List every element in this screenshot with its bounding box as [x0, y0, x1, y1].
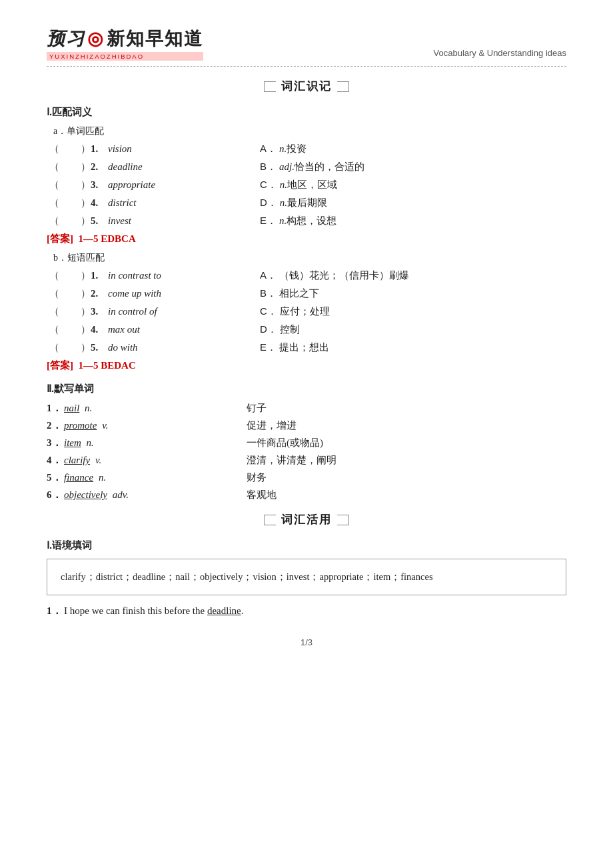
bracket-right2 [337, 515, 349, 525]
item-word: district [108, 197, 137, 209]
item-num: 5. [91, 342, 108, 353]
part1-title: Ⅰ.匹配词义 [47, 106, 566, 119]
item-word: max out [108, 324, 140, 335]
item-word: appropriate [108, 179, 155, 191]
paren: ） [80, 215, 91, 227]
paren: （ [47, 323, 61, 336]
dict-item: 1． nail n. 钉子 [47, 402, 566, 415]
dict-item: 5． finance n. 财务 [47, 471, 566, 484]
meaning: 控制 [280, 324, 300, 335]
dict-left: 4． clarify v. [47, 454, 247, 467]
blank [61, 215, 80, 227]
header-divider [47, 66, 566, 67]
exercise-item-1: 1． I hope we can finish this before the … [47, 605, 566, 617]
dict-right: 财务 [247, 471, 566, 484]
item-num: 4. [91, 324, 108, 335]
paren: （ [47, 287, 61, 300]
match-row: （ ） 4. district D．n.最后期限 [47, 197, 566, 209]
blank [61, 143, 80, 155]
dict-word: item [64, 437, 81, 449]
paren: ） [80, 143, 91, 155]
match-row: （ ） 1. vision A．n.投资 [47, 143, 566, 155]
match-row: （ ） 2. come up with B．相比之下 [47, 287, 566, 300]
match-left: （ ） 4. district [47, 197, 260, 209]
blank [61, 306, 80, 317]
paren: ） [80, 341, 91, 354]
letter: E． [260, 341, 277, 353]
dict-word: finance [64, 472, 93, 483]
meaning: n.构想，设想 [279, 215, 336, 226]
dict-num: 3． [47, 437, 64, 449]
section2-title-wrap: 词汇活用 [47, 512, 566, 527]
match-right: A．（钱）花光；（信用卡）刷爆 [260, 269, 566, 282]
letter: B． [260, 287, 277, 299]
blank [61, 161, 80, 173]
match-row: （ ） 4. max out D．控制 [47, 323, 566, 336]
word-box-content: clarify；district；deadline；nail；objective… [61, 571, 433, 582]
dict-word: promote [64, 420, 97, 431]
blank [61, 179, 80, 191]
dict-right: 澄清，讲清楚，阐明 [247, 454, 566, 467]
paren: （ [47, 197, 61, 209]
match-right: C．应付；处理 [260, 305, 566, 318]
item-num: 3. [91, 306, 108, 317]
dict-left: 5． finance n. [47, 471, 247, 484]
answer-b-value: 1—5 BEDAC [79, 360, 136, 371]
match-left: （ ） 5. invest [47, 215, 260, 227]
item-word: in control of [108, 306, 157, 317]
match-left: （ ） 3. in control of [47, 305, 260, 318]
dict-word: clarify [64, 455, 90, 466]
page-header: 预习◎新知早知道 YUXINZHIZAOZHIBDAO Vocabulary &… [47, 27, 566, 62]
match-right: B．adj.恰当的，合适的 [260, 161, 566, 173]
section2-title-box: 词汇活用 [264, 512, 349, 527]
dict-item: 4． clarify v. 澄清，讲清楚，阐明 [47, 454, 566, 467]
item-word: in contrast to [108, 270, 161, 281]
blank [61, 197, 80, 209]
match-left: （ ） 4. max out [47, 323, 260, 336]
title-dot: ◎ [87, 29, 105, 49]
item-word: come up with [108, 288, 161, 299]
blank [61, 270, 80, 281]
match-left: （ ） 2. come up with [47, 287, 260, 300]
item-word: vision [108, 143, 132, 155]
part1-subb-title: b．短语匹配 [53, 252, 566, 264]
header-subtitle: YUXINZHIZAOZHIBDAO [47, 52, 203, 61]
paren: ） [80, 323, 91, 336]
letter: E． [260, 215, 277, 226]
header-right-text: Vocabulary & Understanding ideas [434, 48, 566, 61]
match-left: （ ） 2. deadline [47, 161, 260, 173]
item-num: 2. [91, 288, 108, 299]
dict-pos: adv. [110, 489, 129, 501]
dict-num: 1． [47, 402, 64, 415]
part2-section: Ⅱ.默写单词 1． nail n. 钉子 2． promote v. 促进，增进… [47, 383, 566, 501]
match-right: E．提出；想出 [260, 341, 566, 354]
dict-pos: n. [82, 403, 92, 414]
meaning: 相比之下 [279, 288, 319, 299]
letter: C． [260, 305, 277, 317]
title-main: 新知早知道 [107, 29, 203, 49]
blank [61, 342, 80, 353]
paren: （ [47, 269, 61, 282]
item-word: do with [108, 342, 138, 353]
answer-prefix: [答案] [47, 233, 73, 244]
match-left: （ ） 3. appropriate [47, 179, 260, 191]
dict-num: 4． [47, 454, 64, 467]
meaning: n.投资 [279, 143, 306, 154]
header-title: 预习◎新知早知道 [47, 27, 203, 51]
item-num: 4. [91, 197, 108, 209]
dict-items: 1． nail n. 钉子 2． promote v. 促进，增进 3． ite… [47, 402, 566, 501]
paren: （ [47, 161, 61, 173]
blank [61, 324, 80, 335]
page-number: 1/3 [47, 637, 566, 647]
dict-right: 一件商品(或物品) [247, 437, 566, 449]
letter: A． [260, 269, 277, 281]
meaning: n.最后期限 [280, 197, 327, 208]
match-right: D．n.最后期限 [260, 197, 566, 209]
match-left: （ ） 1. vision [47, 143, 260, 155]
dict-right: 钉子 [247, 402, 566, 415]
item-num: 1. [91, 270, 108, 281]
blank [61, 288, 80, 299]
dict-pos: v. [93, 455, 101, 466]
letter: B． [260, 161, 277, 172]
match-items-b: （ ） 1. in contrast to A．（钱）花光；（信用卡）刷爆 （ … [47, 269, 566, 354]
